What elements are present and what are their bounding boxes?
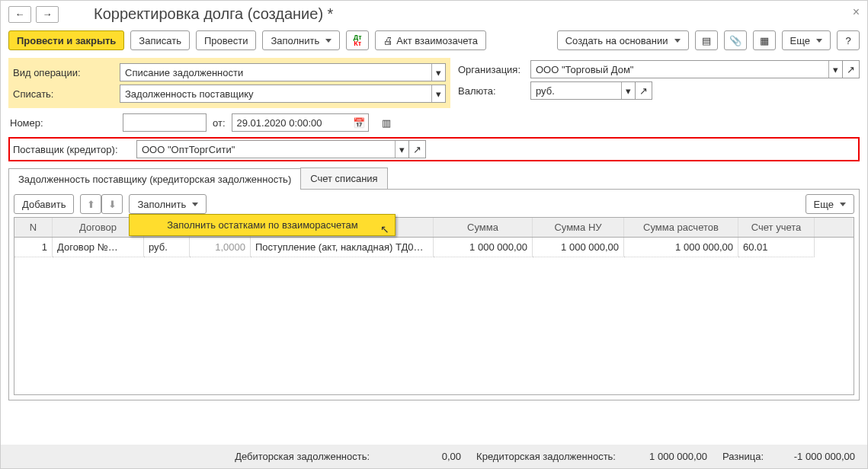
cell-contract: Договор №… [53, 238, 144, 257]
chevron-down-icon[interactable]: ▾ [431, 64, 445, 81]
writeoff-select[interactable]: Задолженность поставщику▾ [120, 85, 446, 103]
col-n[interactable]: N [14, 218, 53, 237]
help-button[interactable]: ? [837, 30, 860, 50]
move-down-button[interactable]: ⬇ [101, 194, 123, 214]
currency-value: руб. [536, 85, 555, 97]
creditor-label: Кредиторская задолженность: [476, 451, 616, 462]
page-title: Корректировка долга (создание) * [94, 5, 333, 23]
report-button[interactable]: ▦ [753, 30, 776, 50]
diff-label: Разница: [722, 451, 764, 462]
col-sum-settle[interactable]: Сумма расчетов [624, 218, 738, 237]
org-select[interactable]: ООО "Торговый Дом"▾ [530, 60, 843, 78]
chevron-down-icon[interactable]: ▾ [828, 61, 842, 78]
org-label: Организация: [458, 64, 530, 75]
toolbar-more-button[interactable]: Еще [782, 30, 831, 50]
supplier-open-button[interactable]: ↗ [409, 140, 426, 158]
writeoff-value: Задолженность поставщику [125, 88, 254, 100]
dtkt-icon: ДтКт [354, 34, 362, 46]
fill-dropdown-menu: Заполнить остатками по взаиморасчетам [129, 214, 396, 236]
fill-button-label: Заполнить [271, 35, 319, 46]
chevron-down-icon[interactable]: ▾ [621, 82, 635, 99]
debtor-label: Дебиторская задолженность: [235, 451, 370, 462]
nav-forward-button[interactable]: → [36, 6, 59, 23]
chevron-down-icon[interactable]: ▾ [395, 141, 408, 158]
offset-act-label: Акт взаимозачета [396, 35, 478, 46]
nav-back-button[interactable]: ← [8, 6, 31, 23]
tab-debt[interactable]: Задолженность поставщику (кредиторская з… [8, 168, 301, 190]
fill-button[interactable]: Заполнить [262, 30, 340, 50]
write-button[interactable]: Записать [130, 30, 190, 50]
org-open-button[interactable]: ↗ [843, 60, 860, 78]
cursor-icon: ↖ [380, 223, 389, 235]
close-icon[interactable]: × [853, 5, 860, 19]
currency-select[interactable]: руб.▾ [530, 81, 636, 100]
create-based-button[interactable]: Создать на основании [557, 30, 689, 50]
cell-n: 1 [14, 238, 53, 257]
table-more-button[interactable]: Еще [806, 194, 854, 214]
offset-act-button[interactable]: 🖨 Акт взаимозачета [375, 30, 486, 50]
op-type-select[interactable]: Списание задолженности▾ [120, 63, 446, 81]
structure-button[interactable]: ▤ [695, 30, 718, 50]
table-fill-button[interactable]: Заполнить [129, 194, 207, 214]
clip-icon: 📎 [729, 35, 741, 46]
post-button[interactable]: Провести [196, 30, 257, 50]
col-account[interactable]: Счет учета [738, 218, 815, 237]
attachments-button[interactable]: 📎 [724, 30, 747, 50]
number-label: Номер: [10, 117, 117, 129]
cell-account: 60.01 [738, 238, 815, 257]
cell-sum-settle: 1 000 000,00 [624, 238, 738, 257]
cell-sum-nu: 1 000 000,00 [533, 238, 624, 257]
date-value: 29.01.2020 0:00:00 [237, 117, 322, 129]
currency-open-button[interactable]: ↗ [636, 81, 652, 100]
create-based-label: Создать на основании [565, 35, 668, 46]
dtkt-button[interactable]: ДтКт [346, 30, 369, 50]
diff-value: -1 000 000,00 [779, 451, 855, 462]
tab-writeoff-account[interactable]: Счет списания [300, 168, 387, 189]
date-label: от: [213, 117, 226, 129]
op-type-value: Списание задолженности [125, 67, 243, 78]
post-and-close-button[interactable]: Провести и закрыть [8, 30, 124, 50]
supplier-value: ООО "ОптТоргСити" [142, 144, 235, 155]
date-input[interactable]: 29.01.2020 0:00:00📅 [232, 113, 369, 132]
debtor-value: 0,00 [385, 451, 461, 462]
cell-currency: руб. [144, 238, 190, 257]
org-value: ООО "Торговый Дом" [536, 64, 634, 75]
writeoff-label: Списать: [13, 88, 120, 100]
chevron-down-icon[interactable]: ▾ [431, 85, 445, 102]
supplier-select[interactable]: ООО "ОптТоргСити"▾ [136, 140, 409, 158]
date-extra-button[interactable]: ▥ [375, 113, 398, 132]
table-row[interactable]: 1 Договор №… руб. 1,0000 Поступление (ак… [14, 238, 854, 257]
supplier-label: Поставщик (кредитор): [13, 144, 136, 155]
op-type-label: Вид операции: [13, 67, 120, 78]
currency-label: Валюта: [458, 85, 530, 97]
col-sum[interactable]: Сумма [434, 218, 533, 237]
cell-sum: 1 000 000,00 [434, 238, 533, 257]
move-up-button[interactable]: ⬆ [80, 194, 101, 214]
cell-document: Поступление (акт, накладная) ТД00… [251, 238, 434, 257]
table-more-label: Еще [814, 199, 834, 210]
creditor-value: 1 000 000,00 [631, 451, 707, 462]
toolbar-more-label: Еще [790, 35, 810, 46]
cell-rate: 1,0000 [190, 238, 251, 257]
table-fill-label: Заполнить [137, 199, 186, 210]
number-input[interactable] [123, 113, 207, 132]
fill-by-balance-item[interactable]: Заполнить остатками по взаиморасчетам [130, 215, 395, 235]
add-row-button[interactable]: Добавить [14, 194, 74, 214]
print-icon: 🖨 [383, 35, 393, 46]
col-sum-nu[interactable]: Сумма НУ [533, 218, 624, 237]
calendar-icon[interactable]: 📅 [351, 117, 367, 129]
